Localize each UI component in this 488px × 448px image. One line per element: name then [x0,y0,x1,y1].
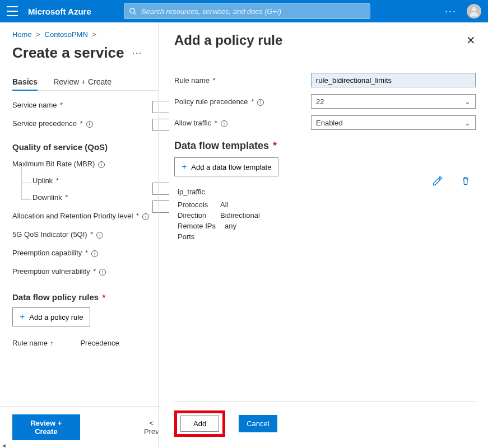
label-arp: Allocation and Retention Priority level … [12,212,149,220]
info-icon[interactable]: i [221,120,227,127]
info-icon[interactable]: i [91,250,98,257]
policy-rule-table-header: Rule name ↑ Precedence [12,339,158,347]
select-allow-traffic[interactable]: Enabled⌄ [311,115,476,130]
data-flow-template-item: ip_traffic ProtocolsAll DirectionBidirec… [178,188,260,243]
col-rule-name[interactable]: Rule name ↑ [12,339,53,347]
global-search-input[interactable] [141,7,365,16]
breadcrumb: Home > ContosoPMN > [12,30,158,39]
plus-icon: + [182,162,187,172]
input-rule-name[interactable] [311,73,476,87]
info-icon[interactable]: i [98,161,105,168]
sort-up-icon: ↑ [50,339,54,347]
info-icon[interactable]: i [99,269,106,276]
tab-basics[interactable]: Basics [12,77,38,91]
panel-footer: Add Cancel [174,401,476,448]
svg-line-1 [134,13,136,15]
label-downlink: Downlink * [32,193,68,202]
select-rule-precedence[interactable]: 22⌄ [311,94,476,109]
brand-label: Microsoft Azure [28,7,91,16]
person-icon [468,5,480,17]
page-title: Create a service [12,44,124,62]
label-service-name: Service name * [12,101,63,109]
search-icon [129,7,137,15]
plus-icon: + [20,312,25,322]
label-preempt-cap: Preemption capability *i [12,249,98,257]
info-icon[interactable]: i [96,232,103,239]
create-service-footer: Review + Create < Prev [0,406,161,448]
label-service-precedence: Service precedence *i [12,119,93,128]
azure-top-bar: Microsoft Azure ··· [0,0,488,22]
add-data-flow-template-button[interactable]: +Add a data flow template [174,157,278,176]
tab-review-create[interactable]: Review + Create [53,77,111,91]
heading-data-flow-templates: Data flow templates * [174,140,476,152]
chevron-down-icon: ⌄ [464,97,471,106]
col-precedence[interactable]: Precedence [80,339,119,347]
svg-point-2 [472,7,476,11]
add-policy-rule-button[interactable]: +Add a policy rule [12,307,90,326]
close-button[interactable]: ✕ [466,34,476,47]
scroll-left-icon[interactable]: ◄ [1,442,7,448]
label-preempt-vul: Preemption vulnerability *i [12,267,106,276]
tabs: Basics Review + Create [12,77,158,91]
info-icon[interactable]: i [86,121,93,128]
add-policy-rule-panel: Add a policy rule ✕ Rule name * Policy r… [158,22,488,448]
delete-icon[interactable] [460,175,471,186]
label-rule-precedence: Policy rule precedence *i [174,97,311,106]
menu-icon[interactable] [7,6,18,16]
info-icon[interactable]: i [257,99,264,106]
cancel-button[interactable]: Cancel [239,415,277,432]
heading-policy-rules: Data flow policy rules * [12,292,158,302]
label-allow-traffic: Allow traffic *i [174,119,311,127]
create-service-blade: Home > ContosoPMN > Create a service ···… [0,22,158,448]
add-button-highlight: Add [174,410,225,437]
review-create-button[interactable]: Review + Create [12,414,80,440]
more-actions-icon[interactable]: ··· [132,47,142,59]
breadcrumb-contosopmn[interactable]: ContosoPMN [45,30,88,39]
info-icon[interactable]: i [142,213,149,220]
breadcrumb-home[interactable]: Home [12,30,32,39]
chevron-down-icon: ⌄ [464,119,471,127]
label-mbr: Maximum Bit Rate (MBR)i [12,160,105,168]
edit-icon[interactable] [432,175,443,186]
panel-title: Add a policy rule [174,32,282,48]
heading-qos: Quality of service (QoS) [12,142,158,152]
label-5qi: 5G QoS Indicator (5QI) *i [12,230,103,239]
user-avatar[interactable] [467,4,481,18]
overflow-icon[interactable]: ··· [445,6,457,17]
add-button[interactable]: Add [180,416,219,432]
global-search[interactable] [124,3,370,19]
label-rule-name: Rule name * [174,76,311,85]
svg-point-0 [130,8,135,13]
label-uplink: Uplink * [32,176,59,185]
template-name: ip_traffic [178,188,260,196]
